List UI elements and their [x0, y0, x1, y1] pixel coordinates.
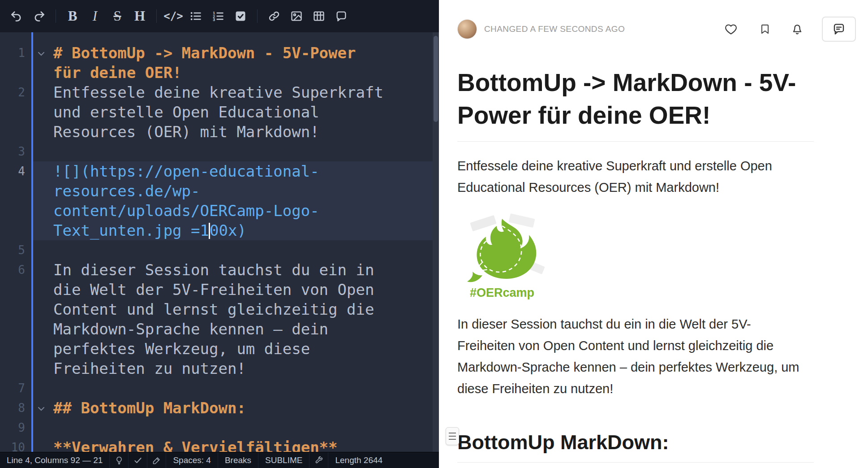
heading-icon: H — [134, 8, 145, 24]
line-number: 3 — [0, 142, 25, 161]
format-button[interactable] — [147, 452, 166, 468]
editor-status-bar: Line 4, Columns 92 — 21 Spaces: 4 Breaks… — [0, 452, 439, 468]
italic-icon: I — [93, 8, 97, 24]
insert-image-button[interactable] — [285, 5, 308, 27]
rendered-document: BottomUp -> MarkDown - 5V-Power für dein… — [457, 42, 814, 463]
code-line[interactable] — [53, 240, 433, 260]
code-line[interactable]: ## BottomUp MarkDown: — [53, 398, 433, 418]
code-text: # BottomUp -> MarkDown - 5V-Power für de… — [53, 43, 384, 82]
code-text: content/uploads/OERCamp-Logo- — [53, 201, 433, 221]
italic-button[interactable]: I — [84, 5, 106, 27]
code-line[interactable]: Entfessele deine kreative Superkraft und… — [53, 82, 433, 142]
code-text: resources.de/wp- — [53, 181, 433, 201]
code-line[interactable]: # BottomUp -> MarkDown - 5V-Power für de… — [53, 43, 433, 82]
toolbar-separator — [257, 9, 258, 23]
last-changed-status: CHANGED A FEW SECONDS AGO — [484, 24, 625, 34]
code-text: ![](https://open-educational- — [53, 161, 433, 181]
code-line[interactable]: In dieser Session tauchst du ein in die … — [53, 260, 433, 378]
code-content[interactable]: # BottomUp -> MarkDown - 5V-Power für de… — [33, 32, 433, 452]
line-number: 6 — [0, 260, 25, 280]
editor-toolbar: B I S H </> 123 — [0, 0, 439, 32]
line-number: 2 — [0, 82, 25, 102]
bold-icon: B — [68, 8, 77, 24]
strikethrough-button[interactable]: S — [106, 5, 129, 27]
line-number: 10 — [0, 438, 25, 452]
oercamp-logo-image: #OERcamp — [457, 213, 547, 300]
editor-scrollbar-thumb[interactable] — [434, 36, 438, 122]
bookmark-icon — [759, 22, 771, 36]
code-line[interactable] — [53, 142, 433, 161]
code-line[interactable] — [53, 418, 433, 438]
spellcheck-button[interactable] — [128, 452, 147, 468]
pen-icon — [152, 456, 161, 465]
code-line[interactable] — [53, 378, 433, 398]
bold-button[interactable]: B — [61, 5, 84, 27]
strikethrough-icon: S — [113, 8, 121, 24]
code-text — [53, 240, 384, 260]
insert-comment-button[interactable] — [330, 5, 352, 27]
toolbar-separator — [56, 9, 56, 23]
preview-header: CHANGED A FEW SECONDS AGO — [457, 16, 856, 42]
toolbar-separator — [156, 9, 157, 23]
cursor-position-status: Line 4, Columns 92 — 21 — [0, 452, 109, 468]
code-icon: </> — [163, 10, 183, 22]
section-heading: BottomUp MarkDown: — [457, 431, 814, 463]
code-text: ## BottomUp MarkDown: — [53, 398, 384, 418]
comments-button[interactable] — [822, 17, 856, 42]
code-button[interactable]: </> — [162, 5, 185, 27]
heart-icon — [724, 22, 738, 36]
keymap-setting[interactable]: SUBLIME — [258, 452, 309, 468]
code-text — [53, 418, 384, 438]
code-text — [53, 142, 384, 161]
check-icon — [133, 456, 142, 465]
insert-table-button[interactable] — [308, 5, 330, 27]
notifications-button[interactable] — [791, 22, 804, 36]
todo-list-button[interactable] — [229, 5, 252, 27]
todo-list-icon — [234, 10, 247, 22]
undo-button[interactable] — [5, 5, 28, 27]
code-text: In dieser Session tauchst du ein in die … — [53, 260, 384, 378]
bookmark-button[interactable] — [759, 22, 771, 36]
document-length-status: Length 2644 — [328, 452, 389, 468]
line-number: 7 — [0, 378, 25, 398]
night-mode-button[interactable] — [109, 452, 128, 468]
logo-caption: #OERcamp — [457, 286, 547, 300]
linebreak-setting[interactable]: Breaks — [218, 452, 258, 468]
code-text: Entfessele deine kreative Superkraft und… — [53, 82, 384, 142]
code-text: Text_unten.jpg =1 — [53, 221, 209, 239]
line-number: 9 — [0, 418, 25, 438]
markdown-editor-pane: B I S H </> 123 1 2 3 4 5 — [0, 0, 439, 468]
comment-lines-icon — [832, 22, 846, 36]
bell-icon — [791, 22, 804, 36]
paragraph: In dieser Session tauchst du ein in die … — [457, 313, 802, 399]
unordered-list-button[interactable] — [185, 5, 207, 27]
like-button[interactable] — [724, 22, 738, 36]
line-number: 8 — [0, 398, 25, 418]
heading-button[interactable]: H — [129, 5, 151, 27]
pane-resize-handle[interactable] — [446, 427, 459, 445]
code-line[interactable]: **Verwahren & Vervielfältigen** — [53, 438, 433, 452]
redo-button[interactable] — [28, 5, 50, 27]
markdown-preview-pane: CHANGED A FEW SECONDS AGO BottomUp -> Ma… — [439, 0, 868, 468]
avatar[interactable] — [457, 19, 477, 39]
indent-setting[interactable]: Spaces: 4 — [166, 452, 218, 468]
line-number: 5 — [0, 240, 25, 260]
code-text: Text_unten.jpg =100x) — [53, 221, 433, 240]
paragraph: Entfessele deine kreative Superkraft und… — [457, 155, 802, 198]
redo-icon — [33, 10, 45, 22]
table-icon — [313, 10, 325, 22]
comment-icon — [335, 10, 348, 22]
code-editor[interactable]: 1 2 3 4 5 6 7 8 9 10 # BottomUp -> MarkD… — [0, 32, 439, 452]
ordered-list-button[interactable]: 123 — [207, 5, 229, 27]
code-line-active[interactable]: ![](https://open-educational- resources.… — [33, 161, 433, 240]
document-title: BottomUp -> MarkDown - 5V-Power für dein… — [457, 66, 814, 142]
wrench-icon — [314, 456, 323, 465]
line-number: 1 — [0, 43, 25, 63]
unordered-list-icon — [189, 10, 202, 22]
preferences-button[interactable] — [309, 452, 328, 468]
code-text: 00x) — [210, 221, 246, 239]
undo-icon — [10, 10, 23, 22]
code-text: **Verwahren & Vervielfältigen** — [53, 438, 384, 452]
insert-link-button[interactable] — [263, 5, 285, 27]
lightbulb-icon — [115, 456, 124, 465]
